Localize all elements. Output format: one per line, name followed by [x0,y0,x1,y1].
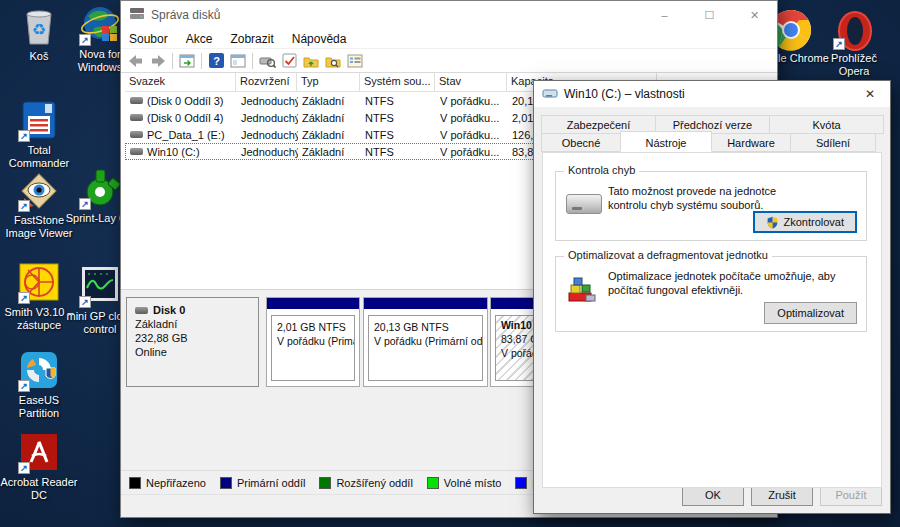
column-header-2[interactable]: Rozvržení [236,73,297,91]
volume-icon [130,114,143,121]
desktop-icon-acrobat-reader[interactable]: ↗Acrobat Reader DC [0,432,78,502]
dm-titlebar[interactable]: Správa disků – ☐ ✕ [121,1,777,29]
cell: Základní [298,95,361,107]
dm-toolbar: ? [121,49,777,73]
disk0-capacity: 232,88 GB [135,332,250,344]
faststone-viewer-icon: ↗ [18,170,60,212]
volume-icon [130,97,143,104]
dm-maximize-button[interactable]: ☐ [687,1,732,29]
cell: V pořádku... [436,129,508,141]
tab-row-back: ZabezpečeníPředchozí verzeKvóta [534,115,890,134]
toolbar-console-window[interactable] [176,51,198,71]
toolbar-forward-arrow[interactable] [147,51,169,71]
dm-close-button[interactable]: ✕ [732,1,777,29]
easeus-partition-icon: ↗ [18,350,60,392]
legend-item: Rozšířený oddíl [319,477,412,489]
toolbar-help[interactable]: ? [205,51,227,71]
legend-color-swatch [220,477,232,489]
toolbar-check-disk[interactable] [278,51,300,71]
recycle-bin-icon: ♻ [18,6,60,48]
cell: Jednoduchý [237,112,298,124]
shortcut-arrow-icon: ↗ [18,200,30,212]
primary-partition-band [267,298,359,309]
toolbar-device-scan[interactable] [256,51,278,71]
sprint-layout-icon: ↗ [79,168,121,210]
drive-icon [542,85,558,103]
column-header-3[interactable]: Typ [297,73,360,91]
svg-text:♻: ♻ [32,21,46,38]
primary-partition-band [364,298,487,309]
desktop-icon-label: Prohlížeč Opera [815,52,893,78]
dm-minimize-button[interactable]: – [642,1,687,29]
volume-icon [130,131,143,138]
svg-text:?: ? [213,55,220,67]
shortcut-arrow-icon: ↗ [18,462,30,474]
tab-nástroje[interactable]: Nástroje [620,131,712,152]
drive-properties-dialog: Win10 (C:) – vlastnosti ✕ ZabezpečeníPře… [533,80,891,514]
cell: Jednoduchý [237,129,298,141]
dm-window-title: Správa disků [151,8,642,22]
tab-hardware[interactable]: Hardware [711,133,791,152]
cell: V pořádku... [436,112,508,124]
tab-row-front: ObecnéNástrojeHardwareSdílení [534,133,890,152]
shortcut-arrow-icon: ↗ [833,38,845,50]
desktop-icon-opera[interactable]: ↗Prohlížeč Opera [815,8,893,78]
desktop-icon-label: Total Commander [0,144,78,170]
cell: Win10 (C:) [126,146,237,158]
toolbar-folder-search[interactable] [322,51,344,71]
hard-drive-icon [566,194,602,214]
mini-gp-clock-icon: ↗ [79,266,121,308]
cell: PC_Data_1 (E:) [126,129,237,141]
cell: Jednoduchý [237,95,298,107]
menu-item-soubor[interactable]: Soubor [129,32,168,46]
desktop-icon-easeus-partition[interactable]: ↗EaseUS Partition [0,350,78,420]
toolbar-window-view[interactable] [227,51,249,71]
column-header-4[interactable]: Systém sou... [360,73,435,91]
error-checking-group: Kontrola chyb Tato možnost provede na je… [555,171,867,241]
partition-body: 2,01 GB NTFSV pořádku (Primární [271,315,355,381]
opera-icon: ↗ [833,8,875,50]
dialog-title: Win10 (C:) – vlastnosti [564,87,850,101]
menu-item-zobrazit[interactable]: Zobrazit [230,32,273,46]
tab-kvóta[interactable]: Kvóta [769,115,884,134]
shortcut-arrow-icon: ↗ [18,380,30,392]
partition[interactable]: 20,13 GB NTFSV pořádku (Primární oddíl) [363,297,488,387]
toolbar-back-arrow[interactable] [125,51,147,71]
menu-item-nápověda[interactable]: Nápověda [292,32,347,46]
cell: Jednoduchý [237,146,298,158]
disk0-status: Online [135,346,250,358]
cell: Základní [298,129,361,141]
cell: Základní [298,112,361,124]
column-header-5[interactable]: Stav [435,73,507,91]
cell: NTFS [361,129,436,141]
cell: V pořádku... [436,146,508,158]
check-button[interactable]: Zkontrolovat [753,211,857,233]
cell: NTFS [361,146,436,158]
disk0-panel[interactable]: Disk 0 Základní 232,88 GB Online [126,297,259,387]
cell: NTFS [361,95,436,107]
desktop-icon-label: Acrobat Reader DC [0,476,78,502]
optimize-button[interactable]: Optimalizovat [764,302,857,324]
column-header-1[interactable]: Svazek [125,73,236,91]
nova-globe-icon: ↗ [79,4,121,46]
toolbar-properties-list[interactable] [344,51,366,71]
tools-tab-page: Kontrola chyb Tato možnost provede na je… [542,152,882,488]
menu-item-akce[interactable]: Akce [186,32,213,46]
optimize-group: Optimalizovat a defragmentovat jednotku … [555,256,867,332]
shortcut-arrow-icon: ↗ [18,130,30,142]
desktop-icon-total-commander[interactable]: ↗Total Commander [0,100,78,170]
dialog-close-button[interactable]: ✕ [850,81,890,107]
cell: V pořádku... [436,95,508,107]
tab-obecné[interactable]: Obecné [541,133,621,152]
dm-menubar: SouborAkceZobrazitNápověda [121,29,777,49]
dialog-titlebar[interactable]: Win10 (C:) – vlastnosti ✕ [534,81,890,107]
tab-sdílení[interactable]: Sdílení [790,133,876,152]
legend-color-swatch [319,477,331,489]
toolbar-folder-up[interactable] [300,51,322,71]
smith-chart-icon: ↗ [18,262,60,304]
legend-color-swatch [427,477,439,489]
partition[interactable]: 2,01 GB NTFSV pořádku (Primární [266,297,360,387]
partition-status: V pořádku (Primární [277,335,349,347]
partition-size: 2,01 GB NTFS [277,321,349,333]
disk-icon [135,307,148,314]
